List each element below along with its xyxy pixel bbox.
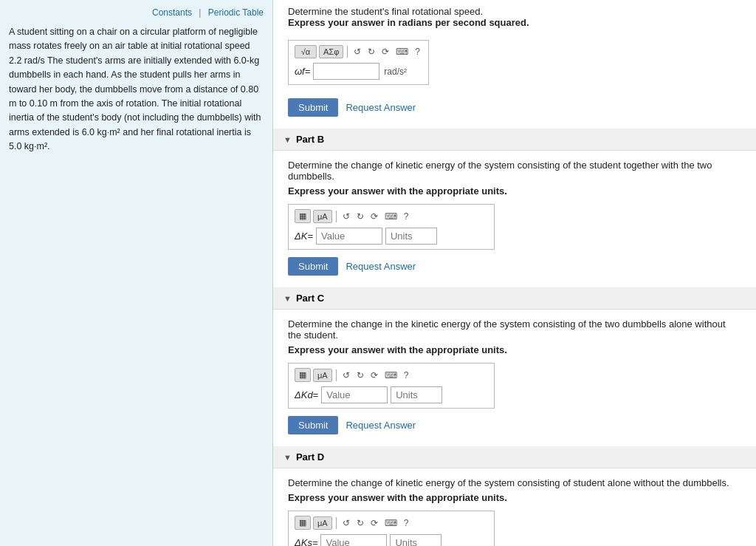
main-content: Determine the student's final rotational… (273, 0, 756, 546)
reset-icon[interactable]: ⟳ (379, 45, 391, 58)
part-b-sep (336, 211, 337, 222)
part-a-request-answer[interactable]: Request Answer (346, 102, 416, 113)
part-c-header: ▼ Part C (273, 287, 756, 310)
part-a-input-section: √α ΑΣφ ↺ ↻ ⟳ ⌨ ? ωf= rad/s² (273, 35, 756, 85)
part-d-units-input[interactable] (390, 534, 441, 546)
part-c-actions: Submit Request Answer (288, 416, 741, 434)
keyboard-icon[interactable]: ⌨ (394, 45, 410, 58)
part-b-label: Part B (296, 134, 324, 145)
part-b-desc: Determine the change of kinetic energy o… (288, 160, 741, 182)
undo-icon[interactable]: ↺ (351, 45, 363, 58)
part-c-eq-label: ΔKd= (295, 389, 318, 400)
part-c-desc: Determine the change in the kinetic ener… (288, 318, 741, 341)
alpha-sigma-phi-btn[interactable]: ΑΣφ (319, 45, 343, 58)
part-d-grid-btn[interactable]: ▦ (295, 516, 311, 530)
part-a-desc: Determine the student's final rotational… (288, 6, 741, 17)
part-c-input-area: ▦ μA ↺ ↻ ⟳ ⌨ ? ΔKd= (288, 363, 495, 409)
part-a-actions: Submit Request Answer (273, 92, 756, 129)
part-d-desc: Determine the change of kinetic energy o… (288, 477, 741, 488)
part-b-input-area: ▦ μA ↺ ↻ ⟳ ⌨ ? ΔK= (288, 204, 495, 250)
part-b-body: Determine the change of kinetic energy o… (273, 151, 756, 287)
part-d-header: ▼ Part D (273, 446, 756, 468)
part-c-undo-icon[interactable]: ↺ (340, 369, 352, 382)
part-b-eq-row: ΔK= (295, 228, 488, 245)
sidebar: Constants | Periodic Table A student sit… (0, 0, 273, 546)
part-b-submit[interactable]: Submit (288, 257, 338, 276)
part-a-express: Express your answer in radians per secon… (288, 17, 741, 28)
toolbar-sep-1 (347, 46, 348, 58)
part-b-actions: Submit Request Answer (288, 257, 741, 276)
part-b-reset-icon[interactable]: ⟳ (368, 210, 380, 223)
part-c-redo-icon[interactable]: ↻ (354, 369, 366, 382)
part-b-undo-icon[interactable]: ↺ (340, 210, 352, 223)
part-d-body: Determine the change of kinetic energy o… (273, 468, 756, 546)
sidebar-links: Constants | Periodic Table (9, 7, 264, 18)
part-b-value-input[interactable] (316, 228, 382, 245)
part-c-units-input[interactable] (391, 386, 442, 403)
part-b-eq-label: ΔK= (295, 231, 313, 242)
constants-link[interactable]: Constants (152, 7, 192, 18)
part-a-submit[interactable]: Submit (288, 98, 338, 117)
part-a-box: √α ΑΣφ ↺ ↻ ⟳ ⌨ ? ωf= rad/s² (288, 40, 429, 85)
part-c-sep (336, 369, 337, 381)
part-c-mu-btn[interactable]: μA (313, 369, 332, 382)
part-c-toolbar: ▦ μA ↺ ↻ ⟳ ⌨ ? (295, 368, 488, 382)
periodic-table-link[interactable]: Periodic Table (208, 7, 264, 18)
part-b-express: Express your answer with the appropriate… (288, 185, 741, 197)
part-d-eq-row: ΔKs= (295, 534, 488, 546)
part-b-mu-btn[interactable]: μA (313, 210, 332, 223)
part-d-reset-icon[interactable]: ⟳ (368, 516, 380, 530)
part-c-express: Express your answer with the appropriate… (288, 344, 741, 355)
help-icon-a[interactable]: ? (413, 45, 422, 58)
part-b-help-icon[interactable]: ? (402, 210, 411, 223)
link-divider: | (199, 7, 201, 18)
part-a-eq-row: ωf= rad/s² (295, 63, 422, 80)
part-d-express: Express your answer with the appropriate… (288, 492, 741, 503)
part-d-keyboard-icon[interactable]: ⌨ (382, 516, 399, 530)
part-d-toolbar: ▦ μA ↺ ↻ ⟳ ⌨ ? (295, 516, 488, 530)
part-b-grid-btn[interactable]: ▦ (295, 209, 311, 223)
part-b-header: ▼ Part B (273, 129, 756, 151)
part-d-undo-icon[interactable]: ↺ (340, 516, 352, 530)
part-b-arrow[interactable]: ▼ (284, 135, 292, 144)
part-c-value-input[interactable] (321, 386, 388, 403)
part-c-arrow[interactable]: ▼ (284, 294, 292, 303)
part-d-label: Part D (296, 451, 324, 463)
problem-text: A student sitting on a chair on a circul… (9, 25, 264, 154)
part-b-units-input[interactable] (385, 228, 437, 245)
part-b-redo-icon[interactable]: ↻ (354, 210, 366, 223)
part-d-input-area: ▦ μA ↺ ↻ ⟳ ⌨ ? ΔKs= (288, 511, 495, 546)
part-d-redo-icon[interactable]: ↻ (354, 516, 366, 530)
part-d-arrow[interactable]: ▼ (284, 453, 292, 462)
part-c-eq-row: ΔKd= (295, 386, 488, 403)
part-d-sep (336, 517, 337, 529)
part-a-eq-label: ωf= (295, 66, 310, 77)
part-c-grid-btn[interactable]: ▦ (295, 368, 311, 382)
part-c-body: Determine the change in the kinetic ener… (273, 310, 756, 446)
part-a-top: Determine the student's final rotational… (273, 0, 756, 35)
part-a-toolbar: √α ΑΣφ ↺ ↻ ⟳ ⌨ ? (295, 45, 422, 58)
part-c-request-answer[interactable]: Request Answer (346, 420, 416, 431)
part-c-submit[interactable]: Submit (288, 416, 338, 434)
sqrt-alpha-btn[interactable]: √α (295, 45, 317, 58)
part-c-label: Part C (296, 293, 324, 304)
part-d-value-input[interactable] (320, 534, 387, 546)
part-c-help-icon[interactable]: ? (402, 369, 411, 382)
part-b-keyboard-icon[interactable]: ⌨ (382, 210, 399, 223)
part-d-help-icon[interactable]: ? (402, 516, 411, 530)
part-c-reset-icon[interactable]: ⟳ (368, 369, 380, 382)
part-a-unit: rad/s² (382, 66, 407, 77)
part-b-request-answer[interactable]: Request Answer (346, 261, 416, 272)
part-c-keyboard-icon[interactable]: ⌨ (382, 369, 399, 382)
part-d-mu-btn[interactable]: μA (313, 516, 332, 530)
part-d-eq-label: ΔKs= (295, 537, 317, 546)
redo-icon[interactable]: ↻ (365, 45, 377, 58)
part-b-toolbar: ▦ μA ↺ ↻ ⟳ ⌨ ? (295, 209, 488, 223)
part-a-value-input[interactable] (313, 63, 379, 80)
